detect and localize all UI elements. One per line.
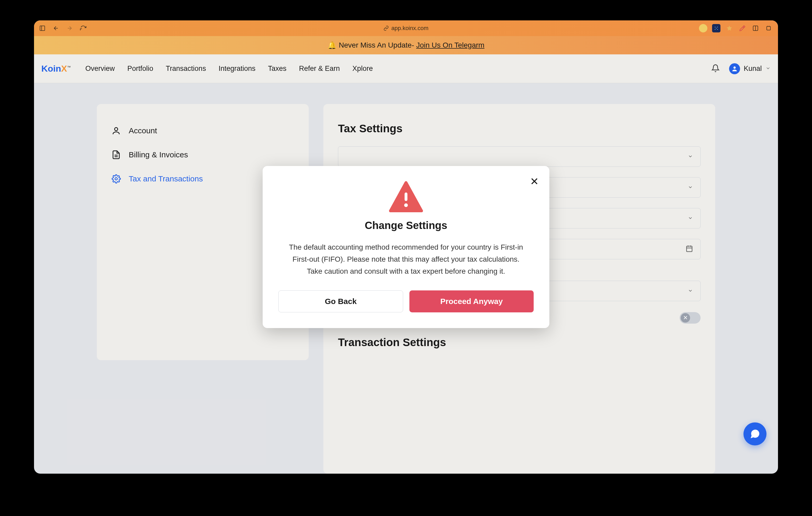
chat-fab[interactable]: [744, 422, 766, 446]
chevron-down-icon: [688, 153, 693, 161]
nav-overview[interactable]: Overview: [85, 65, 115, 73]
sidebar-item-label: Tax and Transactions: [129, 174, 203, 183]
chevron-down-icon: [765, 66, 771, 72]
sidebar-item-label: Account: [129, 126, 157, 135]
browser-window: app.koinx.com 🔔 Never Miss An Update- Jo…: [34, 20, 778, 474]
svg-point-18: [404, 203, 408, 207]
svg-rect-17: [405, 192, 408, 201]
notifications-icon[interactable]: [711, 64, 720, 73]
main-nav: Overview Portfolio Transactions Integrat…: [85, 65, 373, 73]
svg-point-4: [715, 29, 716, 30]
sidebar-item-label: Billing & Invoices: [129, 150, 188, 159]
reload-icon[interactable]: [80, 25, 86, 31]
forward-icon: [66, 25, 73, 31]
page-title: Tax Settings: [338, 122, 701, 135]
transaction-settings-title: Transaction Settings: [338, 336, 701, 349]
eyedropper-icon[interactable]: [738, 24, 747, 32]
svg-rect-13: [687, 246, 692, 252]
nav-integrations[interactable]: Integrations: [219, 65, 255, 73]
extension-icon[interactable]: [699, 24, 707, 32]
document-icon: [111, 150, 121, 159]
banner-link[interactable]: Join Us On Telegarm: [416, 41, 485, 50]
nav-portfolio[interactable]: Portfolio: [127, 65, 153, 73]
select-1[interactable]: [338, 146, 701, 167]
browser-toolbar: app.koinx.com: [34, 20, 778, 36]
link-icon: [383, 26, 389, 31]
svg-point-12: [115, 178, 117, 180]
nav-transactions[interactable]: Transactions: [166, 65, 206, 73]
avatar: [729, 63, 740, 74]
svg-rect-9: [767, 26, 771, 30]
bell-emoji-icon: 🔔: [327, 41, 337, 50]
svg-rect-0: [40, 26, 45, 31]
svg-point-10: [733, 66, 736, 69]
username: Kunal: [744, 65, 762, 73]
nav-taxes[interactable]: Taxes: [268, 65, 286, 73]
go-back-button[interactable]: Go Back: [278, 291, 403, 312]
sidebar-item-billing[interactable]: Billing & Invoices: [97, 143, 309, 167]
app-header: KoinX™ Overview Portfolio Transactions I…: [34, 54, 778, 83]
change-settings-modal: ✕ Change Settings The default accounting…: [263, 166, 549, 328]
sidebar-item-account[interactable]: Account: [97, 119, 309, 143]
field-1: [338, 146, 701, 167]
extension-icon[interactable]: [712, 24, 720, 32]
proceed-button[interactable]: Proceed Anyway: [409, 291, 534, 312]
nav-xplore[interactable]: Xplore: [352, 65, 373, 73]
toggle-knob: ✕: [681, 313, 690, 323]
calendar-icon: [686, 245, 693, 253]
sidebar-toggle-icon[interactable]: [39, 25, 46, 31]
chat-icon: [749, 428, 761, 440]
back-icon[interactable]: [53, 25, 59, 31]
share-icon[interactable]: [751, 24, 760, 32]
user-menu[interactable]: Kunal: [729, 63, 771, 74]
user-icon: [111, 126, 121, 135]
svg-point-6: [716, 28, 717, 29]
gear-icon: [111, 174, 121, 183]
chevron-down-icon: [688, 214, 693, 222]
extension-icon[interactable]: [725, 24, 733, 32]
close-icon[interactable]: ✕: [530, 175, 539, 187]
url-text: app.koinx.com: [392, 25, 429, 32]
announcement-banner: 🔔 Never Miss An Update- Join Us On Teleg…: [34, 36, 778, 54]
chevron-down-icon: [688, 287, 693, 295]
warning-icon: [389, 181, 423, 212]
svg-point-2: [715, 27, 716, 27]
modal-title: Change Settings: [278, 219, 534, 231]
logo[interactable]: KoinX™: [41, 63, 70, 74]
address-bar[interactable]: app.koinx.com: [383, 25, 429, 32]
svg-point-5: [717, 29, 718, 30]
nav-refer[interactable]: Refer & Earn: [299, 65, 340, 73]
svg-point-3: [717, 27, 718, 27]
tabs-icon[interactable]: [764, 24, 773, 32]
chevron-down-icon: [688, 183, 693, 192]
svg-point-11: [115, 127, 118, 131]
banner-text: Never Miss An Update-: [339, 41, 414, 50]
modal-body: The default accounting method recommende…: [278, 241, 534, 278]
primary-income-toggle[interactable]: ✕: [679, 312, 701, 324]
